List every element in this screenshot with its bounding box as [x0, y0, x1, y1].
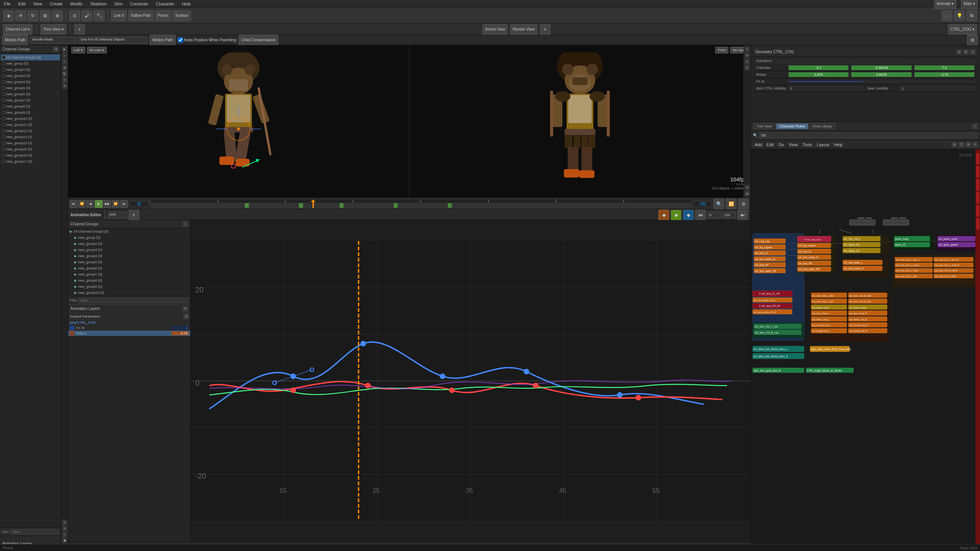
fallow-path-btn[interactable]: Fallow Path — [128, 10, 154, 21]
sp-rota-row[interactable]: Rota X -3.75 — [68, 331, 190, 336]
menu-file[interactable]: File — [2, 2, 12, 6]
link-edit-btn[interactable]: Link It — [111, 10, 127, 21]
tl-play-rev-btn[interactable]: ▶▶ — [103, 200, 111, 208]
ng-add-tab[interactable]: + — [972, 124, 978, 129]
cg-item-16[interactable]: new_group16 (0) — [1, 152, 60, 158]
vp-icon-4[interactable]: ⊟ — [745, 65, 750, 70]
right-view-btn[interactable]: Front — [715, 47, 728, 54]
anim-add-btn[interactable]: + — [129, 210, 139, 220]
icon-rotate[interactable]: ↻ — [62, 59, 67, 64]
anim-layers-settings[interactable]: ⚙ — [183, 306, 188, 311]
points-btn[interactable]: Points — [155, 10, 171, 21]
cg-item-5[interactable]: new_group5 (0) — [1, 85, 60, 91]
tab-pose-library[interactable]: Pose Library — [809, 123, 836, 129]
icon-move[interactable]: + — [62, 53, 67, 58]
filter-input[interactable] — [10, 529, 59, 535]
tl-settings-btn[interactable]: ⚙ — [738, 199, 749, 209]
cg-item-4[interactable]: new_group4 (0) — [1, 79, 60, 85]
ctrl-cog-btn[interactable]: CTRL_COG ▾ — [948, 24, 977, 35]
channel-1[interactable]: ▶ new_group (0) — [68, 235, 190, 241]
menu-skeleton[interactable]: Skeleton — [89, 2, 108, 6]
menu-create[interactable]: Create — [48, 2, 64, 6]
anim-playback-end[interactable]: ⏭ — [737, 210, 748, 220]
menu-edit[interactable]: Edit — [17, 2, 27, 6]
sp-fxik-row[interactable]: FX IK 1 — [68, 325, 190, 331]
view-add-btn[interactable]: + — [540, 24, 550, 35]
scene-view-btn[interactable]: Scene View — [482, 24, 508, 35]
vp-icon-6[interactable]: ◉ — [745, 191, 750, 196]
render-view-btn[interactable]: Render View — [510, 24, 537, 35]
channel-all[interactable]: ▶ All Channel Groups (0) — [68, 228, 190, 235]
select-tool-btn[interactable]: ◈ — [3, 10, 14, 21]
icon-ref[interactable]: ⊕ — [62, 83, 67, 89]
move-tool-btn[interactable]: ✛ — [15, 10, 26, 21]
menu-view[interactable]: View — [32, 2, 44, 6]
timeline-frame-input[interactable]: 30 — [129, 201, 149, 207]
tree-view-btn[interactable]: Tree View ▾ — [41, 24, 66, 35]
sp-settings-btn[interactable]: ⚙ — [183, 314, 189, 319]
vp-icon-2[interactable]: ⊕ — [745, 53, 750, 58]
fxik-value[interactable] — [788, 81, 975, 82]
universal-tool-btn[interactable]: ⊕ — [52, 10, 63, 21]
cg-item-2[interactable]: new_group2 (0) — [1, 67, 60, 73]
cg-item-6[interactable]: new_group6 (0) — [1, 91, 60, 97]
ng-menu-add[interactable]: Add — [753, 142, 764, 147]
translate-z[interactable]: 7.2 — [914, 65, 975, 70]
translate-y[interactable]: -5.89134 — [851, 65, 911, 70]
channel-9[interactable]: ▶ new_group9 (0) — [68, 284, 190, 290]
ng-search-input[interactable] — [759, 132, 978, 139]
cg-item-1[interactable]: new_group (0) — [1, 60, 60, 67]
anim-playback-start[interactable]: ⏮ — [695, 210, 706, 220]
channel-settings-btn[interactable]: + — [183, 222, 188, 227]
anim-filter-input[interactable] — [78, 298, 189, 303]
ng-maximize-btn[interactable]: ⊞ — [952, 142, 957, 147]
vp-icon-1[interactable]: ⊙ — [745, 47, 750, 52]
surface-btn[interactable]: Surface — [173, 10, 191, 21]
ng-menu-help[interactable]: Help — [833, 142, 844, 147]
icon-joint[interactable]: ⊚ — [62, 520, 67, 525]
icon-camera[interactable]: 📷 — [62, 71, 67, 77]
geo-settings-btn[interactable]: ⚙ — [956, 49, 962, 55]
geo-expand-btn[interactable]: ⊞ — [963, 49, 969, 55]
ng-menu-layout[interactable]: Layout — [815, 142, 831, 147]
tl-loop-btn[interactable]: 🔁 — [726, 199, 737, 209]
ng-menu-tools[interactable]: Tools — [801, 142, 814, 147]
cg-item-10[interactable]: new_group10 (0) — [1, 116, 60, 122]
menu-modify[interactable]: Modify — [69, 2, 84, 6]
tab-character-picker[interactable]: Character Picker — [776, 123, 808, 129]
cg-item-13[interactable]: new_group13 (0) — [1, 134, 60, 140]
channel-3[interactable]: ▶ new_group3 (0) — [68, 247, 190, 253]
camera-tool[interactable]: 🎥 — [942, 10, 952, 21]
channel-list-btn[interactable]: Channel List ▾ — [3, 24, 33, 35]
tab-tree-view[interactable]: Tree View — [753, 123, 775, 129]
motion-path-btn[interactable]: Motion Path — [150, 35, 175, 46]
one-for-all-select[interactable]: One For All Selected Objects — [78, 37, 147, 44]
channel-2[interactable]: ▶ new_group2 (0) — [68, 241, 190, 247]
add-tab-btn[interactable]: + — [74, 24, 85, 35]
cg-item-11[interactable]: new_group11 (0) — [1, 122, 60, 128]
channel-7[interactable]: ▶ new_group7 (0) — [68, 271, 190, 277]
tl-prev-key-btn[interactable]: ⏪ — [78, 200, 86, 208]
menu-help[interactable]: Help — [180, 2, 192, 6]
rotate-tool-btn[interactable]: ↻ — [28, 10, 38, 21]
light-tool[interactable]: 💡 — [954, 10, 965, 21]
cg-item-8[interactable]: new_group8 (0) — [1, 103, 60, 109]
ng-grid-btn[interactable]: ⊞ — [965, 142, 971, 147]
child-comp-btn[interactable]: Child Compensation — [238, 35, 278, 46]
icon-scale[interactable]: ⊠ — [62, 65, 67, 70]
cg-item-3[interactable]: new_group3 (0) — [1, 73, 60, 79]
tl-start-btn[interactable]: ⏮ — [70, 200, 77, 208]
left-cam-btn[interactable]: No cam ▾ — [87, 47, 107, 54]
node-graph[interactable]: Scene spine_torso spine_chest ctrl_Leg_L… — [751, 149, 980, 551]
tl-play-btn[interactable]: ▶ — [95, 200, 103, 208]
left-view-btn[interactable]: Left ▾ — [71, 47, 85, 54]
ng-menu-go[interactable]: Go — [777, 142, 786, 147]
render-settings[interactable]: ⚙ — [966, 10, 977, 21]
channel-6[interactable]: ▶ new_group6 (0) — [68, 265, 190, 271]
cg-item-12[interactable]: new_group12 (0) — [1, 128, 60, 134]
channel-8[interactable]: ▶ new_group8 (0) — [68, 277, 190, 284]
curve-editor[interactable]: 20 0 -20 15 25 35 45 55 — [191, 220, 750, 542]
rotate-y[interactable]: 0.9375 — [851, 72, 911, 77]
move-btn[interactable]: Motion Path — [2, 35, 28, 46]
tl-end-btn[interactable]: ⏭ — [120, 200, 128, 208]
